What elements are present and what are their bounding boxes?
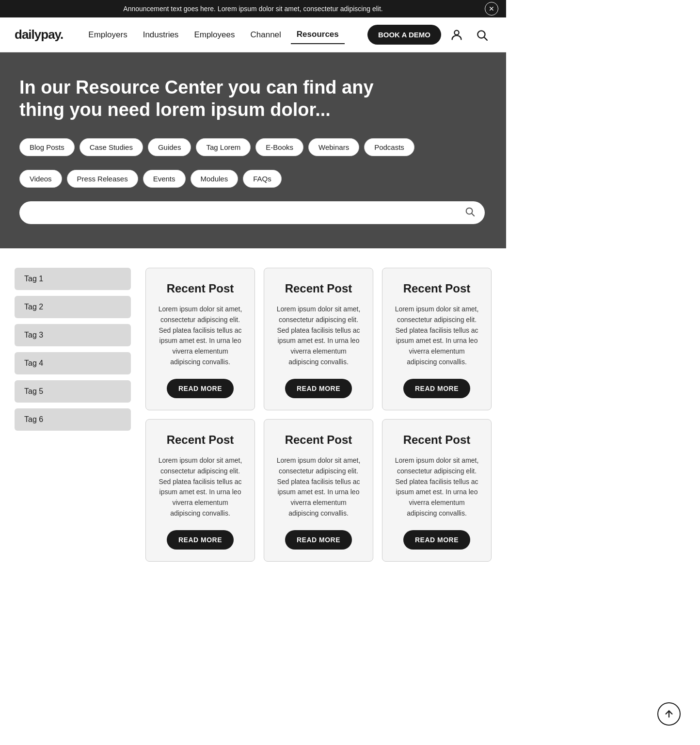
svg-point-1 bbox=[477, 31, 485, 38]
svg-point-0 bbox=[454, 30, 459, 34]
hero-title: In our Resource Center you can find any … bbox=[19, 77, 383, 121]
post-card-2: Recent Post Lorem ipsum dolor sit amet, … bbox=[264, 268, 373, 410]
nav-link-resources[interactable]: Resources bbox=[291, 26, 345, 44]
tag-buttons-row1: Blog Posts Case Studies Guides Tag Lorem… bbox=[19, 138, 487, 156]
post-title-4: Recent Post bbox=[167, 433, 234, 447]
tag-videos[interactable]: Videos bbox=[19, 170, 62, 188]
read-more-button-5[interactable]: READ MORE bbox=[285, 530, 352, 550]
tag-case-studies[interactable]: Case Studies bbox=[80, 138, 143, 156]
book-demo-button[interactable]: BOOK A DEMO bbox=[367, 25, 441, 45]
posts-grid: Recent Post Lorem ipsum dolor sit amet, … bbox=[145, 268, 492, 562]
tag-buttons-row2: Videos Press Releases Events Modules FAQ… bbox=[19, 170, 487, 188]
read-more-button-2[interactable]: READ MORE bbox=[285, 379, 352, 398]
tag-ebooks[interactable]: E-Books bbox=[255, 138, 303, 156]
tag-tag-lorem[interactable]: Tag Lorem bbox=[196, 138, 251, 156]
svg-point-3 bbox=[466, 208, 473, 214]
tag-podcasts[interactable]: Podcasts bbox=[364, 138, 414, 156]
sidebar-tag-5[interactable]: Tag 5 bbox=[15, 380, 131, 403]
search-nav-icon bbox=[476, 29, 488, 41]
tag-webinars[interactable]: Webinars bbox=[308, 138, 359, 156]
svg-line-2 bbox=[484, 37, 487, 40]
read-more-button-1[interactable]: READ MORE bbox=[167, 379, 234, 398]
tag-press-releases[interactable]: Press Releases bbox=[67, 170, 138, 188]
read-more-button-3[interactable]: READ MORE bbox=[403, 379, 470, 398]
hero-search-icon bbox=[464, 206, 475, 219]
announcement-bar: Announcement text goes here. Lorem ipsum… bbox=[0, 0, 506, 17]
post-card-5: Recent Post Lorem ipsum dolor sit amet, … bbox=[264, 419, 373, 562]
post-title-5: Recent Post bbox=[285, 433, 352, 447]
hero-section: In our Resource Center you can find any … bbox=[0, 52, 506, 248]
sidebar-tag-6[interactable]: Tag 6 bbox=[15, 408, 131, 431]
post-body-1: Lorem ipsum dolor sit amet, consectetur … bbox=[157, 304, 244, 367]
navbar: dailypay. Employers Industries Employees… bbox=[0, 17, 506, 52]
sidebar-tag-2[interactable]: Tag 2 bbox=[15, 296, 131, 318]
read-more-button-6[interactable]: READ MORE bbox=[403, 530, 470, 550]
close-icon: ✕ bbox=[489, 5, 494, 13]
hero-search-input[interactable] bbox=[29, 209, 464, 217]
nav-link-employers[interactable]: Employers bbox=[82, 26, 133, 44]
search-nav-button[interactable] bbox=[472, 25, 492, 45]
svg-line-4 bbox=[472, 214, 475, 216]
post-body-4: Lorem ipsum dolor sit amet, consectetur … bbox=[157, 455, 244, 518]
sidebar: Tag 1 Tag 2 Tag 3 Tag 4 Tag 5 Tag 6 bbox=[15, 268, 131, 562]
post-body-6: Lorem ipsum dolor sit amet, consectetur … bbox=[393, 455, 480, 518]
tag-guides[interactable]: Guides bbox=[148, 138, 191, 156]
announcement-close-button[interactable]: ✕ bbox=[485, 2, 498, 16]
post-card-4: Recent Post Lorem ipsum dolor sit amet, … bbox=[145, 419, 255, 562]
sidebar-tag-3[interactable]: Tag 3 bbox=[15, 324, 131, 346]
post-title-6: Recent Post bbox=[403, 433, 471, 447]
nav-link-industries[interactable]: Industries bbox=[137, 26, 185, 44]
announcement-text: Announcement text goes here. Lorem ipsum… bbox=[123, 5, 382, 13]
tag-modules[interactable]: Modules bbox=[191, 170, 239, 188]
sidebar-tag-4[interactable]: Tag 4 bbox=[15, 352, 131, 374]
post-title-1: Recent Post bbox=[167, 282, 234, 295]
sidebar-tag-1[interactable]: Tag 1 bbox=[15, 268, 131, 290]
account-button[interactable] bbox=[447, 25, 466, 45]
nav-links: Employers Industries Employees Channel R… bbox=[82, 26, 367, 44]
account-icon bbox=[450, 28, 463, 42]
nav-right: BOOK A DEMO bbox=[367, 25, 492, 45]
nav-link-channel[interactable]: Channel bbox=[244, 26, 286, 44]
tag-faqs[interactable]: FAQs bbox=[243, 170, 282, 188]
tag-blog-posts[interactable]: Blog Posts bbox=[19, 138, 75, 156]
logo[interactable]: dailypay. bbox=[15, 27, 63, 42]
tag-events[interactable]: Events bbox=[143, 170, 186, 188]
nav-link-employees[interactable]: Employees bbox=[188, 26, 240, 44]
post-card-3: Recent Post Lorem ipsum dolor sit amet, … bbox=[382, 268, 492, 410]
post-body-3: Lorem ipsum dolor sit amet, consectetur … bbox=[393, 304, 480, 367]
post-title-3: Recent Post bbox=[403, 282, 471, 295]
post-card-1: Recent Post Lorem ipsum dolor sit amet, … bbox=[145, 268, 255, 410]
read-more-button-4[interactable]: READ MORE bbox=[167, 530, 234, 550]
main-content: Tag 1 Tag 2 Tag 3 Tag 4 Tag 5 Tag 6 Rece… bbox=[0, 248, 506, 581]
post-card-6: Recent Post Lorem ipsum dolor sit amet, … bbox=[382, 419, 492, 562]
post-body-5: Lorem ipsum dolor sit amet, consectetur … bbox=[275, 455, 362, 518]
hero-search-bar bbox=[19, 201, 485, 224]
post-body-2: Lorem ipsum dolor sit amet, consectetur … bbox=[275, 304, 362, 367]
post-title-2: Recent Post bbox=[285, 282, 352, 295]
